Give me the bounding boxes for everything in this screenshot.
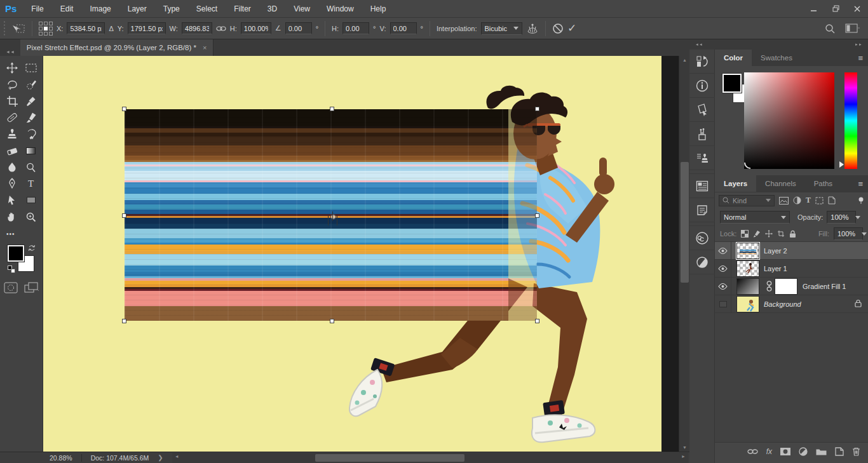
lasso-tool[interactable]	[3, 76, 22, 93]
tab-swatches[interactable]: Swatches	[752, 50, 801, 66]
new-layer-icon[interactable]	[835, 447, 844, 456]
fill-field[interactable]: 100%	[834, 227, 863, 240]
layer-thumbnail[interactable]	[736, 296, 759, 312]
minimize-icon[interactable]	[803, 1, 825, 17]
y-position-field[interactable]	[128, 22, 166, 34]
lock-artboard-icon[interactable]	[777, 230, 785, 238]
vertical-scrollbar[interactable]: ▲ ▼	[679, 56, 689, 452]
filter-kind-select[interactable]: Kind	[719, 195, 775, 206]
crop-tool[interactable]	[3, 93, 22, 109]
new-group-icon[interactable]	[816, 448, 827, 455]
lock-image-pixels-icon[interactable]	[753, 230, 761, 238]
transform-handle-bottom-center[interactable]	[330, 319, 334, 323]
layer-name[interactable]: Gradient Fill 1	[803, 283, 846, 290]
info-panel-icon[interactable]	[689, 74, 715, 98]
transform-reference-point[interactable]	[329, 212, 337, 220]
width-field[interactable]	[182, 22, 212, 34]
menu-3d[interactable]: 3D	[259, 0, 285, 18]
tab-color[interactable]: Color	[715, 50, 752, 66]
horizontal-scrollbar[interactable]: ◄ ►	[172, 453, 688, 463]
search-icon[interactable]	[825, 23, 835, 34]
h-skew-field[interactable]	[342, 22, 369, 34]
v-skew-field[interactable]	[390, 22, 417, 34]
cancel-transform-icon[interactable]	[552, 23, 564, 34]
transform-handle-middle-right[interactable]	[535, 213, 539, 218]
type-layer-filter-icon[interactable]: T	[806, 196, 811, 205]
layer-name[interactable]: Layer 1	[764, 265, 787, 272]
hand-tool[interactable]	[3, 208, 22, 225]
saturation-brightness-field[interactable]	[744, 72, 834, 169]
transform-handle-bottom-left[interactable]	[122, 319, 126, 323]
lock-all-icon[interactable]	[789, 230, 796, 238]
visibility-eye-icon[interactable]	[715, 260, 731, 277]
collapse-arrows-icon[interactable]: ◄◄	[3, 47, 17, 55]
transform-handle-middle-left[interactable]	[122, 213, 126, 218]
transform-handle-top-left[interactable]	[122, 107, 126, 111]
adjustment-layer-filter-icon[interactable]	[793, 196, 801, 205]
new-adjustment-layer-icon[interactable]	[799, 447, 808, 456]
menu-layer[interactable]: Layer	[119, 0, 155, 18]
vertical-scroll-thumb[interactable]	[681, 162, 689, 283]
history-brush-tool[interactable]	[22, 126, 41, 142]
menu-view[interactable]: View	[285, 0, 318, 18]
transform-handle-top-right[interactable]	[535, 107, 539, 111]
menu-window[interactable]: Window	[318, 0, 362, 18]
add-layer-mask-icon[interactable]	[780, 448, 790, 455]
swap-colors-icon[interactable]	[28, 244, 36, 253]
hue-slider[interactable]	[844, 72, 857, 169]
layer-name[interactable]: Background	[764, 300, 801, 308]
free-transform-tool-icon[interactable]	[11, 23, 25, 34]
tab-paths[interactable]: Paths	[805, 175, 841, 192]
brush-settings-panel-icon[interactable]	[689, 122, 715, 146]
tab-close-icon[interactable]: ×	[203, 44, 207, 51]
visibility-eye-icon[interactable]	[715, 278, 731, 295]
lock-position-icon[interactable]	[765, 230, 773, 238]
blend-mode-select[interactable]: Normal	[720, 211, 790, 224]
zoom-tool[interactable]	[22, 208, 41, 225]
hue-slider-arrow-icon[interactable]	[839, 161, 844, 168]
menu-file[interactable]: File	[23, 0, 51, 18]
delete-layer-icon[interactable]	[852, 447, 860, 456]
scroll-right-icon[interactable]: ►	[681, 454, 686, 459]
height-field[interactable]	[241, 22, 271, 34]
rectangular-marquee-tool[interactable]	[22, 60, 41, 76]
link-dimensions-icon[interactable]	[216, 25, 226, 32]
brush-tool[interactable]	[22, 109, 41, 126]
menu-edit[interactable]: Edit	[52, 0, 82, 18]
workspace-selector-icon[interactable]	[845, 23, 859, 34]
eyedropper-tool[interactable]	[22, 93, 41, 109]
adjustments-panel-icon[interactable]	[689, 250, 715, 274]
history-panel-icon[interactable]	[689, 50, 715, 74]
clone-stamp-tool[interactable]	[3, 126, 22, 142]
expand-panels-icon[interactable]: ►►	[855, 43, 862, 47]
quick-mask-button[interactable]	[4, 282, 18, 295]
foreground-color-swatch[interactable]	[722, 74, 742, 93]
relative-position-icon[interactable]: Δ	[109, 25, 113, 32]
panel-menu-icon[interactable]: ≡	[853, 177, 868, 192]
pen-tool[interactable]	[3, 175, 22, 192]
layer-name[interactable]: Layer 2	[764, 247, 787, 255]
visibility-eye-empty[interactable]	[715, 295, 731, 312]
shape-tool[interactable]	[22, 192, 41, 208]
screen-mode-button[interactable]	[24, 282, 39, 295]
blur-tool[interactable]	[3, 159, 22, 175]
commit-transform-icon[interactable]: ✓	[567, 22, 576, 35]
visibility-eye-icon[interactable]	[715, 242, 731, 259]
restore-icon[interactable]	[825, 1, 846, 17]
layer-row-background[interactable]: Background	[715, 295, 868, 313]
layer-mask-thumbnail[interactable]	[775, 278, 797, 295]
horizontal-scroll-thumb[interactable]	[315, 454, 465, 462]
creative-cloud-panel-icon[interactable]	[689, 226, 715, 250]
scroll-left-icon[interactable]: ◄	[175, 454, 179, 459]
menu-select[interactable]: Select	[188, 0, 226, 18]
tab-layers[interactable]: Layers	[715, 175, 756, 192]
transform-bounding-box[interactable]	[125, 109, 537, 321]
menu-filter[interactable]: Filter	[226, 0, 259, 18]
notes-panel-icon[interactable]	[689, 198, 715, 222]
transform-handle-bottom-right[interactable]	[535, 319, 539, 323]
clone-source-panel-icon[interactable]	[689, 146, 715, 170]
path-selection-tool[interactable]	[3, 192, 22, 208]
layer-row-gradient-fill-1[interactable]: Gradient Fill 1	[715, 278, 868, 295]
canvas-area[interactable]: ▲ ▼	[43, 56, 689, 452]
angle-field[interactable]	[285, 22, 312, 34]
